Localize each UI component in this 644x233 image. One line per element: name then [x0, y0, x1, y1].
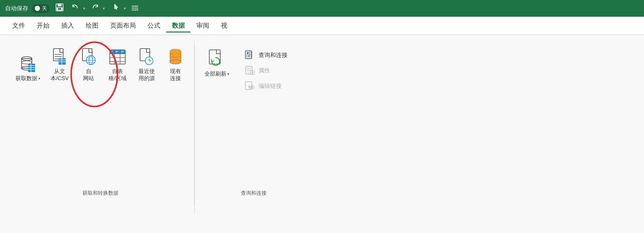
properties-icon	[245, 65, 255, 76]
properties-button[interactable]: 属性	[242, 63, 307, 78]
customize-bar-icon[interactable]	[130, 3, 140, 14]
menu-data[interactable]: 数据	[166, 19, 191, 33]
redo-arrow: ▾	[103, 6, 105, 11]
recent-sources-button[interactable]: 最近使用的源	[134, 45, 159, 85]
from-table-button[interactable]: 自表格/区域	[105, 45, 130, 85]
from-table-icon	[109, 48, 127, 66]
svg-rect-3	[58, 8, 61, 10]
undo-arrow: ▾	[83, 6, 85, 11]
existing-connections-label: 现有连接	[170, 68, 181, 82]
svg-rect-54	[247, 55, 249, 57]
menu-home[interactable]: 开始	[31, 19, 55, 33]
get-data-button[interactable]: 获取数据 ▾	[12, 52, 43, 85]
svg-rect-50	[209, 50, 220, 64]
from-table-label: 自表格/区域	[109, 68, 127, 82]
autosave-toggle[interactable]: 关	[32, 4, 50, 13]
redo-icon[interactable]	[89, 2, 101, 14]
group2-label: 查询和连接	[241, 190, 267, 197]
menu-formula[interactable]: 公式	[142, 19, 166, 33]
query-right-items: 查询和连接	[242, 48, 307, 93]
from-web-icon	[80, 48, 98, 66]
ribbon: 获取数据 ▾	[0, 35, 644, 233]
refresh-all-label: 全部刷新 ▾	[204, 70, 229, 78]
from-text-csv-button[interactable]: 从文 本/CSV	[47, 45, 72, 85]
edit-links-label: 编辑链接	[259, 82, 282, 90]
touch-arrow: ▾	[124, 6, 126, 11]
group1-label: 获取和转换数据	[82, 190, 118, 197]
query-connections-icon	[245, 50, 255, 60]
svg-rect-11	[28, 64, 35, 72]
svg-rect-52	[247, 52, 249, 54]
undo-icon[interactable]	[70, 2, 81, 14]
autosave-label: 自动保存	[5, 5, 28, 12]
existing-connections-icon	[166, 48, 185, 66]
title-bar: 自动保存 关 ▾ ▾ ▾	[0, 0, 644, 17]
menu-file[interactable]: 文件	[6, 19, 31, 33]
recent-sources-label: 最近使用的源	[138, 68, 155, 82]
existing-connections-button[interactable]: 现有连接	[163, 45, 188, 85]
ribbon-group-query: 全部刷新 ▾	[195, 39, 313, 206]
properties-label: 属性	[259, 67, 270, 74]
from-text-csv-icon	[51, 48, 69, 66]
from-text-csv-label: 从文 本/CSV	[51, 68, 69, 82]
menu-insert[interactable]: 插入	[55, 19, 80, 33]
menu-layout[interactable]: 页面布局	[104, 19, 142, 33]
svg-point-49	[170, 49, 181, 54]
get-data-icon	[19, 55, 37, 73]
svg-rect-53	[249, 52, 251, 54]
svg-rect-1	[58, 4, 62, 6]
save-icon[interactable]	[53, 2, 66, 15]
refresh-all-button[interactable]: 全部刷新 ▾	[201, 45, 233, 80]
edit-links-button[interactable]: 编辑链接	[242, 79, 307, 93]
menu-draw[interactable]: 绘图	[80, 19, 104, 33]
from-web-label: 自网站	[83, 68, 94, 82]
ribbon-group-get-transform: 获取数据 ▾	[6, 39, 194, 206]
edit-links-icon	[245, 81, 255, 91]
query-connections-label: 查询和连接	[259, 51, 288, 59]
menu-review[interactable]: 审阅	[191, 19, 215, 33]
svg-rect-20	[59, 58, 66, 65]
from-web-button[interactable]: 自网站	[76, 45, 101, 85]
refresh-all-icon	[206, 48, 227, 69]
toggle-circle	[35, 6, 40, 11]
svg-rect-55	[249, 55, 251, 57]
toggle-state: 关	[42, 5, 47, 12]
svg-point-10	[22, 61, 32, 64]
menu-bar: 文件 开始 插入 绘图 页面布局 公式 数据 审阅 视	[0, 17, 644, 35]
get-data-label: 获取数据 ▾	[15, 75, 40, 82]
svg-rect-63	[245, 82, 252, 89]
touch-mode-icon[interactable]	[109, 2, 122, 15]
query-connections-button[interactable]: 查询和连接	[242, 48, 307, 62]
from-web-wrapper: 自网站	[76, 45, 101, 85]
recent-sources-icon	[137, 48, 156, 66]
svg-point-47	[170, 60, 181, 64]
menu-view[interactable]: 视	[215, 19, 233, 33]
